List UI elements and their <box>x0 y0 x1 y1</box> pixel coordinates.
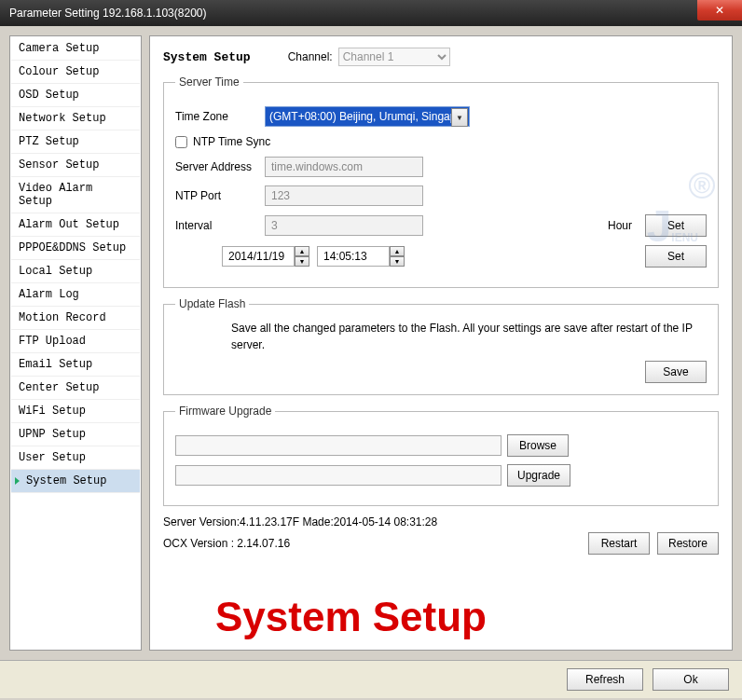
sidebar-item-alarm-out-setup[interactable]: Alarm Out Setup <box>11 213 140 237</box>
restart-button[interactable]: Restart <box>588 532 650 555</box>
server-version-text: Server Version:4.11.23.17F Made:2014-05-… <box>163 515 719 528</box>
date-spinner[interactable]: ▲▼ <box>222 246 309 267</box>
datetime-set-button[interactable]: Set <box>645 245 707 268</box>
ntp-sync-checkbox[interactable] <box>175 136 187 148</box>
sidebar-item-wifi-setup[interactable]: WiFi Setup <box>11 400 140 423</box>
footer-bar: Refresh Ok <box>0 660 742 698</box>
ok-button[interactable]: Ok <box>653 668 729 691</box>
close-button[interactable]: ✕ <box>697 0 742 21</box>
server-time-group: Server Time Time Zone (GMT+08:00) Beijin… <box>163 75 719 288</box>
ntp-sync-label: NTP Time Sync <box>193 135 270 148</box>
timezone-label: Time Zone <box>175 110 257 123</box>
server-address-label: Server Address <box>175 160 257 173</box>
time-up-icon[interactable]: ▲ <box>390 246 405 256</box>
interval-input[interactable] <box>265 215 423 236</box>
save-button[interactable]: Save <box>645 361 707 383</box>
restore-button[interactable]: Restore <box>657 532 719 555</box>
firmware-path-input[interactable] <box>175 435 502 456</box>
sidebar-item-local-setup[interactable]: Local Setup <box>11 260 140 283</box>
date-up-icon[interactable]: ▲ <box>295 246 309 256</box>
ntp-port-label: NTP Port <box>175 189 257 202</box>
channel-select[interactable]: Channel 1 <box>338 48 450 66</box>
sidebar-item-email-setup[interactable]: Email Setup <box>11 353 140 377</box>
sidebar: Camera SetupColour SetupOSD SetupNetwork… <box>9 35 142 651</box>
window-title: Parameter Setting 192.168.1.103(8200) <box>9 7 206 20</box>
overlay-title: System Setup <box>215 594 487 640</box>
sidebar-item-sensor-setup[interactable]: Sensor Setup <box>11 154 140 177</box>
sidebar-item-alarm-log[interactable]: Alarm Log <box>11 283 140 307</box>
sidebar-item-camera-setup[interactable]: Camera Setup <box>11 37 140 61</box>
refresh-button[interactable]: Refresh <box>567 668 643 691</box>
update-flash-text: Save all the changed parameters to the F… <box>175 320 707 353</box>
interval-unit: Hour <box>431 219 638 232</box>
date-down-icon[interactable]: ▼ <box>295 256 309 267</box>
page-title: System Setup <box>163 50 251 64</box>
sidebar-item-ptz-setup[interactable]: PTZ Setup <box>11 130 140 154</box>
close-icon: ✕ <box>715 4 724 17</box>
browse-button[interactable]: Browse <box>507 434 569 457</box>
sidebar-item-motion-record[interactable]: Motion Record <box>11 307 140 330</box>
interval-set-button[interactable]: Set <box>645 214 707 237</box>
update-flash-group: Update Flash Save all the changed parame… <box>163 297 719 395</box>
firmware-legend: Firmware Upgrade <box>175 405 275 418</box>
server-address-input[interactable] <box>265 157 423 177</box>
sidebar-item-video-alarm-setup[interactable]: Video Alarm Setup <box>11 177 140 213</box>
interval-label: Interval <box>175 219 257 232</box>
sidebar-item-center-setup[interactable]: Center Setup <box>11 377 140 400</box>
channel-label: Channel: <box>288 50 333 63</box>
upgrade-button[interactable]: Upgrade <box>507 464 570 487</box>
sidebar-item-upnp-setup[interactable]: UPNP Setup <box>11 423 140 446</box>
sidebar-item-network-setup[interactable]: Network Setup <box>11 107 140 130</box>
firmware-upgrade-group: Firmware Upgrade Browse Upgrade <box>163 405 719 506</box>
title-bar: Parameter Setting 192.168.1.103(8200) ✕ <box>0 0 742 26</box>
sidebar-item-system-setup[interactable]: System Setup <box>11 470 140 493</box>
time-input[interactable] <box>317 246 390 267</box>
server-time-legend: Server Time <box>175 75 243 89</box>
main-panel: JIENU® System Setup Channel: Channel 1 S… <box>149 35 733 651</box>
sidebar-item-pppoe-ddns-setup[interactable]: PPPOE&DDNS Setup <box>11 237 140 260</box>
timezone-select[interactable]: (GMT+08:00) Beijing, Urumqi, Singapore <box>265 106 470 127</box>
update-flash-legend: Update Flash <box>175 297 249 310</box>
firmware-progress-input <box>175 465 502 486</box>
date-input[interactable] <box>222 246 295 267</box>
sidebar-item-user-setup[interactable]: User Setup <box>11 446 140 470</box>
ntp-port-input[interactable] <box>265 185 423 206</box>
ocx-version-text: OCX Version : 2.14.07.16 <box>163 537 588 550</box>
sidebar-item-colour-setup[interactable]: Colour Setup <box>11 61 140 84</box>
time-spinner[interactable]: ▲▼ <box>317 246 405 267</box>
sidebar-item-ftp-upload[interactable]: FTP Upload <box>11 330 140 353</box>
sidebar-item-osd-setup[interactable]: OSD Setup <box>11 84 140 107</box>
time-down-icon[interactable]: ▼ <box>390 256 405 267</box>
